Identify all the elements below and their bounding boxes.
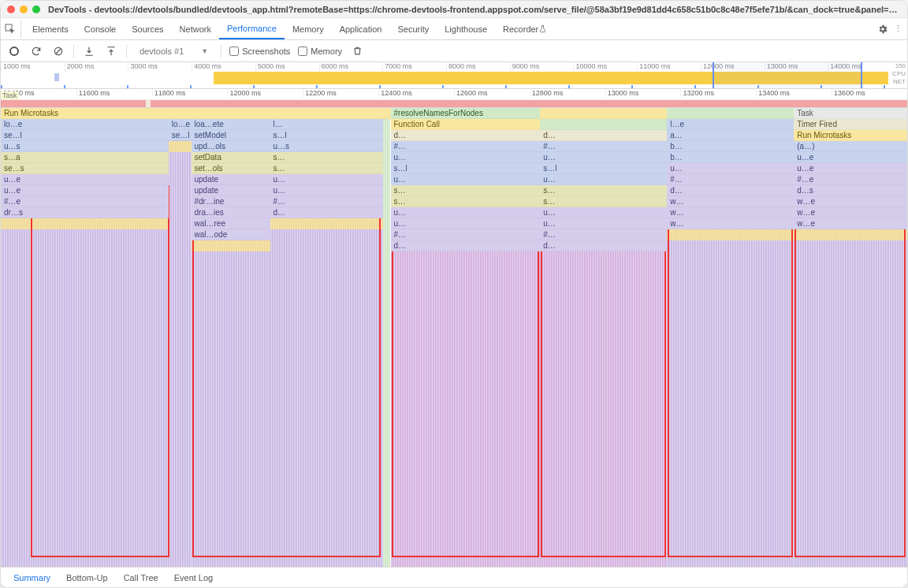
detail-ruler[interactable]: 11400 ms11600 ms11800 ms12000 ms12200 ms…	[1, 89, 907, 108]
flame-frame[interactable]: #resolveNamesForNodes	[391, 108, 541, 119]
clear-button[interactable]	[51, 44, 65, 58]
flame-frame[interactable]: w…e	[794, 207, 907, 218]
collect-garbage-button[interactable]	[350, 44, 364, 58]
flame-frame[interactable]: d…	[391, 130, 541, 141]
flame-frame[interactable]	[192, 108, 270, 119]
flame-frame[interactable]: #…e	[1, 196, 169, 207]
flame-frame[interactable]: d…	[391, 240, 541, 251]
flame-frame[interactable]: se…s	[1, 163, 169, 174]
flame-frame[interactable]	[667, 108, 794, 119]
screenshots-checkbox-input[interactable]	[229, 47, 239, 56]
flame-frame[interactable]: se…l	[1, 130, 169, 141]
flame-frame[interactable]: update	[192, 185, 270, 196]
flame-frame[interactable]: w…e	[794, 218, 907, 229]
load-profile-button[interactable]	[82, 44, 96, 58]
flame-frame[interactable]: s…	[540, 185, 667, 196]
flame-frame[interactable]: update	[192, 174, 270, 185]
flame-frame[interactable]: u…e	[1, 174, 169, 185]
screenshots-checkbox[interactable]: Screenshots	[229, 47, 290, 56]
flame-frame[interactable]: u…	[391, 174, 541, 185]
flame-frame[interactable]: Run Microtasks	[1, 108, 169, 119]
flame-frame[interactable]: upd…ols	[192, 141, 270, 152]
tab-application[interactable]: Application	[332, 18, 390, 39]
flame-frame[interactable]: (a…)	[794, 141, 907, 152]
flame-frame[interactable]: #…	[391, 141, 541, 152]
flame-frame[interactable]: s…	[270, 152, 384, 163]
details-tab-summary[interactable]: Summary	[7, 570, 57, 586]
flame-frame[interactable]: u…e	[794, 152, 907, 163]
details-tab-event-log[interactable]: Event Log	[168, 570, 220, 586]
flame-column[interactable]: l…s…lu…ss…s…u…u…#…d…	[270, 108, 384, 567]
tab-sources[interactable]: Sources	[124, 18, 171, 39]
flame-frame[interactable]: setModel	[192, 130, 270, 141]
flame-frame[interactable]: wal…ree	[192, 218, 270, 229]
flame-chart[interactable]: Run Microtaskslo…ese…lu…ss…ase…su…eu…e#……	[1, 108, 907, 567]
flame-column[interactable]: TaskTimer FiredRun Microtasks(a…)u…eu…e#…	[794, 108, 907, 567]
flame-frame[interactable]: Function Call	[391, 119, 541, 130]
flame-frame[interactable]: s…a	[1, 152, 169, 163]
flame-frame[interactable]: setData	[192, 152, 270, 163]
flame-frame[interactable]: d…s	[794, 185, 907, 196]
flame-frame[interactable]: s…	[270, 163, 384, 174]
flame-frame[interactable]: u…e	[1, 185, 169, 196]
flame-frame[interactable]: b…	[667, 152, 794, 163]
flame-frame[interactable]: w…	[667, 207, 794, 218]
flame-frame[interactable]: u…	[540, 218, 667, 229]
memory-checkbox[interactable]: Memory	[298, 47, 342, 56]
flame-frame[interactable]: s…l	[391, 163, 541, 174]
details-tab-bottom-up[interactable]: Bottom-Up	[60, 570, 114, 586]
flame-frame[interactable]: Timer Fired	[794, 119, 907, 130]
flame-frame[interactable]: w…	[667, 196, 794, 207]
flame-frame[interactable]: loa…ete	[192, 119, 270, 130]
flame-frame[interactable]: w…e	[794, 196, 907, 207]
overview-viewport-window[interactable]	[713, 62, 862, 88]
flame-frame[interactable]: #…	[391, 229, 541, 240]
flame-frame[interactable]: lo…e	[1, 119, 169, 130]
flame-frame[interactable]: #…	[270, 196, 384, 207]
flame-column[interactable]: l…ea…b…b…u…#…d…w…w…w…	[667, 108, 794, 567]
flame-column[interactable]: d…#…u…s…lu…s…s…u…u…#…d…	[540, 108, 667, 567]
tab-performance[interactable]: Performance	[219, 18, 285, 39]
more-menu-icon[interactable]: ⋮	[891, 20, 904, 38]
flame-frame[interactable]: set…ols	[192, 163, 270, 174]
flame-frame[interactable]: u…	[391, 218, 541, 229]
flame-frame[interactable]: Task	[794, 108, 907, 119]
flame-frame[interactable]: s…	[391, 185, 541, 196]
close-icon[interactable]	[7, 6, 15, 13]
flame-frame[interactable]: a…	[667, 130, 794, 141]
tab-lighthouse[interactable]: Lighthouse	[437, 18, 495, 39]
flame-frame[interactable]	[169, 108, 192, 119]
flame-frame[interactable]: #dr…ine	[192, 196, 270, 207]
session-select[interactable]: devtools #1 ▼	[135, 45, 213, 58]
flame-frame[interactable]: u…	[540, 207, 667, 218]
tab-security[interactable]: Security	[389, 18, 437, 39]
tab-network[interactable]: Network	[172, 18, 219, 39]
flame-frame[interactable]: #…	[540, 229, 667, 240]
flame-frame[interactable]: wal…ode	[192, 229, 270, 240]
flame-frame[interactable]: #…	[667, 174, 794, 185]
flame-column[interactable]: loa…etesetModelupd…olssetDataset…olsupda…	[192, 108, 270, 567]
zoom-icon[interactable]	[32, 6, 40, 13]
flame-frame[interactable]: s…l	[540, 163, 667, 174]
tab-memory[interactable]: Memory	[285, 18, 332, 39]
flame-frame[interactable]: dra…ies	[192, 207, 270, 218]
flame-column[interactable]: Run Microtaskslo…ese…lu…ss…ase…su…eu…e#……	[1, 108, 169, 567]
memory-checkbox-input[interactable]	[298, 47, 307, 56]
flame-frame[interactable]: Run Microtasks	[794, 130, 907, 141]
overview-timeline[interactable]: 1000 ms2000 ms3000 ms4000 ms5000 ms6000 …	[1, 62, 907, 89]
minimize-icon[interactable]	[20, 6, 28, 13]
flame-column[interactable]: lo…ese…l	[169, 108, 192, 567]
save-profile-button[interactable]	[104, 44, 118, 58]
flame-frame[interactable]: d…	[540, 130, 667, 141]
flame-frame[interactable]: u…e	[794, 163, 907, 174]
flame-frame[interactable]: u…	[667, 163, 794, 174]
flame-frame[interactable]	[270, 108, 384, 119]
record-button[interactable]	[7, 44, 21, 58]
flame-frame[interactable]: #…e	[794, 174, 907, 185]
flame-frame[interactable]: lo…e	[169, 119, 192, 130]
traffic-lights[interactable]	[7, 6, 40, 13]
flame-column[interactable]: #resolveNamesForNodesFunction Calld…#…u……	[391, 108, 541, 567]
flame-frame[interactable]: u…	[391, 207, 541, 218]
flame-frame[interactable]: l…e	[667, 119, 794, 130]
flame-frame[interactable]: u…	[540, 152, 667, 163]
